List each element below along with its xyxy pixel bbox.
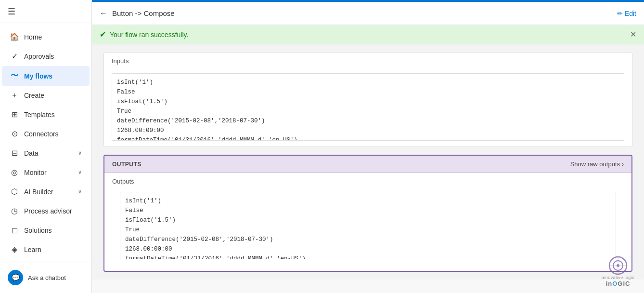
inputs-code-content[interactable]: isInt('1') False isFloat('1.5') True dat… <box>112 74 624 140</box>
content-wrapper: Inputs isInt('1') False isFloat('1.5') T… <box>92 44 644 293</box>
myflows-icon: 〜 <box>10 71 19 81</box>
back-arrow-icon: ← <box>100 9 107 18</box>
chatbot-icon: 💬 <box>8 270 23 285</box>
inputs-header: Inputs <box>104 53 632 69</box>
sidebar-item-processadvisor[interactable]: ◷ Process advisor <box>2 201 90 220</box>
approvals-icon: ✓ <box>10 52 19 61</box>
sidebar-item-aibuilder[interactable]: ⬡ AI Builder ∨ <box>2 182 90 201</box>
outputs-header: OUTPUTS Show raw outputs › <box>104 156 631 173</box>
outputs-body: Outputs isInt('1') False isFloat('1.5') … <box>104 173 631 271</box>
logo-brand: inOGIC <box>606 280 631 287</box>
sidebar-item-connectors[interactable]: ⊙ Connectors <box>2 124 90 143</box>
templates-icon: ⊞ <box>10 110 19 119</box>
code-line: isFloat('1.5') <box>117 97 614 107</box>
sidebar-nav: 🏠 Home ✓ Approvals 〜 My flows + Create ⊞… <box>0 23 91 262</box>
code-line: isFloat('1.5') <box>125 215 606 225</box>
sidebar-item-label: AI Builder <box>24 188 53 196</box>
chevron-down-icon: ∨ <box>78 188 82 195</box>
create-icon: + <box>10 91 19 100</box>
sidebar-item-label: Solutions <box>24 226 52 234</box>
main-content: ← Button -> Compose ✏ Edit ✔ Your flow r… <box>92 0 644 293</box>
sidebar-item-label: Data <box>24 149 39 157</box>
sidebar-item-data[interactable]: ⊟ Data ∨ <box>2 144 90 162</box>
code-line: dateDifference('2015-02-08','2018-07-30'… <box>117 116 614 126</box>
topbar: ← Button -> Compose ✏ Edit <box>92 2 644 25</box>
code-line: formatDateTime('01/31/2016','dddd MMMM d… <box>125 254 606 259</box>
sidebar-item-create[interactable]: + Create <box>2 86 90 105</box>
edit-icon: ✏ <box>617 10 623 17</box>
sidebar-item-label: Monitor <box>24 169 47 176</box>
sidebar-item-learn[interactable]: ◈ Learn <box>2 240 90 259</box>
sidebar-item-label: Process advisor <box>24 207 72 215</box>
logo-icon <box>608 256 628 275</box>
show-raw-label: Show raw outputs <box>570 160 620 168</box>
data-icon: ⊟ <box>10 148 19 158</box>
show-raw-outputs-button[interactable]: Show raw outputs › <box>570 160 624 168</box>
logo-area: innovative logic inOGIC <box>602 256 634 287</box>
sidebar-item-label: Approvals <box>24 53 54 60</box>
code-line: isInt('1') <box>125 196 606 206</box>
sidebar-item-label: Learn <box>24 246 41 253</box>
processadvisor-icon: ◷ <box>10 206 19 215</box>
sidebar-item-monitor[interactable]: ◎ Monitor ∨ <box>2 163 90 182</box>
outputs-label: Outputs <box>112 173 624 188</box>
outputs-title: OUTPUTS <box>112 161 142 168</box>
aibuilder-icon: ⬡ <box>10 187 19 196</box>
inputs-card: Inputs isInt('1') False isFloat('1.5') T… <box>103 52 632 147</box>
sidebar-header: ☰ <box>0 0 91 23</box>
ask-chatbot-button[interactable]: 💬 Ask a chatbot <box>0 266 91 289</box>
sidebar-item-myflows[interactable]: 〜 My flows <box>2 66 90 86</box>
monitor-icon: ◎ <box>10 168 19 177</box>
success-banner: ✔ Your flow ran successfully. ✕ <box>92 25 644 44</box>
hamburger-icon[interactable]: ☰ <box>8 6 15 17</box>
back-button[interactable]: ← <box>100 9 107 18</box>
inputs-code-box: isInt('1') False isFloat('1.5') True dat… <box>112 73 624 141</box>
outputs-code-box: isInt('1') False isFloat('1.5') True dat… <box>120 192 616 259</box>
success-check-icon: ✔ <box>100 30 106 39</box>
sidebar-item-label: Home <box>24 33 42 41</box>
sidebar-footer: 💬 Ask a chatbot <box>0 262 91 293</box>
sidebar-item-label: Connectors <box>24 130 59 138</box>
code-line: formatDateTime('01/31/2016','dddd MMMM d… <box>117 135 614 140</box>
code-line: True <box>117 107 614 116</box>
edit-button[interactable]: ✏ Edit <box>617 10 636 17</box>
outputs-section: OUTPUTS Show raw outputs › Outputs isInt… <box>103 155 632 272</box>
edit-label: Edit <box>625 10 636 17</box>
sidebar-item-approvals[interactable]: ✓ Approvals <box>2 47 90 66</box>
sidebar-item-templates[interactable]: ⊞ Templates <box>2 105 90 124</box>
topbar-left: ← Button -> Compose <box>100 9 175 18</box>
solutions-icon: ◻ <box>10 226 19 235</box>
home-icon: 🏠 <box>10 32 19 41</box>
code-line: False <box>117 87 614 97</box>
logo-tagline: innovative logic <box>602 275 634 280</box>
connectors-icon: ⊙ <box>10 129 19 138</box>
code-line: True <box>125 225 606 235</box>
chevron-down-icon: ∨ <box>78 169 82 175</box>
code-line: isInt('1') <box>117 78 614 87</box>
learn-icon: ◈ <box>10 245 19 254</box>
sidebar-item-home[interactable]: 🏠 Home <box>2 27 90 46</box>
sidebar-item-label: My flows <box>24 72 52 80</box>
sidebar-item-solutions[interactable]: ◻ Solutions <box>2 221 90 240</box>
close-banner-button[interactable]: ✕ <box>630 30 636 39</box>
code-line: False <box>125 206 606 215</box>
chatbot-label: Ask a chatbot <box>28 274 66 281</box>
sidebar-item-label: Templates <box>24 111 55 119</box>
sidebar-item-label: Create <box>24 92 44 99</box>
success-message: Your flow ran successfully. <box>110 31 188 39</box>
content-area: Inputs isInt('1') False isFloat('1.5') T… <box>92 44 644 280</box>
code-line: dateDifference('2015-02-08','2018-07-30'… <box>125 235 606 244</box>
code-line: 1268.00:00:00 <box>117 126 614 135</box>
page-title: Button -> Compose <box>112 9 175 17</box>
chevron-right-icon: › <box>622 161 624 168</box>
sidebar: ☰ 🏠 Home ✓ Approvals 〜 My flows + Create… <box>0 0 92 293</box>
outputs-code-content[interactable]: isInt('1') False isFloat('1.5') True dat… <box>120 192 616 259</box>
chevron-down-icon: ∨ <box>78 150 82 156</box>
code-line: 1268.00:00:00 <box>125 244 606 254</box>
